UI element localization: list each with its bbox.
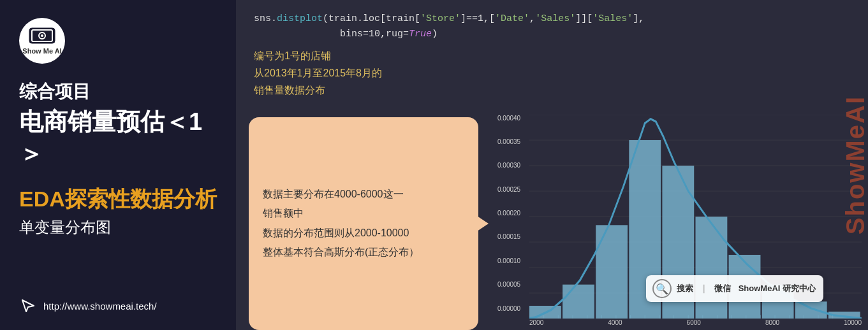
code-store-key: 'Store' bbox=[420, 13, 460, 24]
website-url: http://www.showmeai.tech/ bbox=[43, 301, 157, 312]
wechat-brand: ShowMeAI 研究中心 bbox=[739, 283, 816, 294]
watermark-text: ShowMeAI bbox=[841, 96, 869, 234]
callout-box: 数据主要分布在4000-6000这一 销售额中 数据的分布范围则从2000-10… bbox=[249, 117, 478, 330]
wechat-search-text: 搜索 bbox=[677, 283, 693, 294]
code-distplot: distplot bbox=[277, 13, 323, 24]
eda-title: EDA探索性数据分析 bbox=[19, 186, 217, 212]
logo-text: Show Me AI bbox=[22, 47, 61, 55]
link-icon bbox=[19, 297, 37, 315]
y-label-4: 0.00020 bbox=[497, 210, 520, 217]
project-name: 电商销量预估＜1＞ bbox=[19, 106, 217, 169]
x-label-6000: 6000 bbox=[687, 319, 701, 326]
code-bracket1: ]][ bbox=[575, 13, 592, 24]
x-label-8000: 8000 bbox=[765, 319, 779, 326]
title-section: 综合项目 电商销量预估＜1＞ bbox=[19, 79, 217, 169]
code-bracket2: ], bbox=[633, 13, 644, 24]
project-label: 综合项目 bbox=[19, 79, 217, 104]
code-sales-key2: 'Sales' bbox=[592, 13, 633, 24]
y-label-8: 0.00040 bbox=[497, 115, 520, 122]
code-comma1: , bbox=[529, 13, 535, 24]
y-label-2: 0.00010 bbox=[497, 257, 520, 264]
bottom-link: http://www.showmeai.tech/ bbox=[19, 297, 157, 315]
left-panel: Show Me AI 综合项目 电商销量预估＜1＞ EDA探索性数据分析 单变量… bbox=[0, 0, 236, 330]
wechat-divider: ｜ bbox=[700, 283, 708, 294]
x-label-2000: 2000 bbox=[529, 319, 543, 326]
svg-point-3 bbox=[41, 34, 43, 37]
code-line-1: sns.distplot(train.loc[train['Store']==1… bbox=[254, 11, 850, 27]
svg-rect-19 bbox=[696, 217, 728, 319]
callout-line-3: 数据的分布范围则从2000-10000 bbox=[263, 227, 409, 238]
y-axis: 0.00040 0.00035 0.00030 0.00025 0.00020 … bbox=[497, 115, 523, 312]
search-circle-icon: 🔍 bbox=[652, 279, 672, 298]
code-true: True bbox=[409, 29, 432, 39]
code-sns: sns. bbox=[254, 13, 277, 24]
code-open: (train.loc[train[ bbox=[323, 13, 420, 24]
y-label-5: 0.00025 bbox=[497, 186, 520, 193]
right-panel: sns.distplot(train.loc[train['Store']==1… bbox=[236, 0, 868, 330]
x-axis: 2000 4000 6000 8000 10000 bbox=[529, 319, 862, 326]
code-desc-3: 销售量数据分布 bbox=[254, 82, 850, 99]
wechat-badge: 🔍 搜索 ｜ 微信 ShowMeAI 研究中心 bbox=[646, 275, 823, 302]
y-label-6: 0.00030 bbox=[497, 162, 520, 169]
logo-circle: Show Me AI bbox=[19, 18, 65, 64]
code-paren-close: ) bbox=[432, 29, 438, 39]
y-label-1: 0.00005 bbox=[497, 281, 520, 288]
code-eq: ]==1,[ bbox=[460, 13, 495, 24]
code-date-key: 'Date' bbox=[495, 13, 529, 24]
code-block: sns.distplot(train.loc[train['Store']==1… bbox=[236, 0, 868, 110]
code-indent: bins=10,rug= bbox=[254, 29, 409, 39]
code-sales-key1: 'Sales' bbox=[535, 13, 575, 24]
y-label-3: 0.00015 bbox=[497, 233, 520, 240]
logo-tv-icon bbox=[28, 25, 56, 46]
chart-type-label: 单变量分布图 bbox=[19, 217, 217, 238]
callout-line-1: 数据主要分布在4000-6000这一 bbox=[263, 189, 404, 199]
cursor-icon bbox=[20, 298, 36, 314]
code-desc-1: 编号为1号的店铺 bbox=[254, 47, 850, 64]
eda-section: EDA探索性数据分析 单变量分布图 bbox=[19, 186, 217, 238]
svg-rect-22 bbox=[795, 301, 827, 319]
svg-rect-15 bbox=[563, 284, 594, 318]
callout-line-2: 销售额中 bbox=[263, 208, 304, 219]
callout-text: 数据主要分布在4000-6000这一 销售额中 数据的分布范围则从2000-10… bbox=[263, 185, 464, 262]
svg-rect-16 bbox=[596, 225, 628, 319]
watermark: ShowMeAI bbox=[836, 0, 868, 330]
y-label-0: 0.00000 bbox=[497, 305, 520, 312]
y-label-7: 0.00035 bbox=[497, 138, 520, 145]
callout-line-4: 整体基本符合高斯分布(正态分布） bbox=[263, 247, 419, 257]
logo-area: Show Me AI bbox=[19, 18, 65, 64]
code-description: 编号为1号的店铺 从2013年1月至2015年8月的 销售量数据分布 bbox=[254, 47, 850, 99]
x-label-4000: 4000 bbox=[608, 319, 622, 326]
code-desc-2: 从2013年1月至2015年8月的 bbox=[254, 64, 850, 82]
code-line-2: bins=10,rug=True) bbox=[254, 27, 850, 42]
wechat-label: 微信 bbox=[714, 283, 731, 294]
svg-marker-4 bbox=[22, 300, 34, 312]
